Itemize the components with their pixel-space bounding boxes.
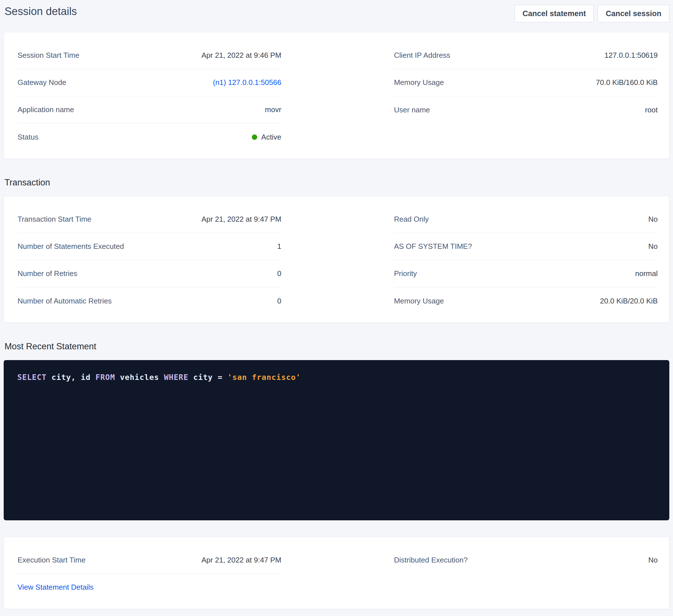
transaction-section-title: Transaction	[5, 177, 669, 189]
execution-card-body: Execution Start TimeApr 21, 2022 at 9:47…	[4, 537, 669, 609]
label-as-of-system-time: AS OF SYSTEM TIME?	[394, 242, 472, 251]
label-transaction-start-time: Transaction Start Time	[18, 215, 91, 224]
most-recent-statement-title: Most Recent Statement	[5, 340, 669, 352]
status-text: Active	[261, 133, 281, 141]
row-transaction-start-time: Transaction Start TimeApr 21, 2022 at 9:…	[18, 206, 281, 233]
label-priority: Priority	[394, 269, 417, 278]
view-statement-details-link[interactable]: View Statement Details	[18, 583, 93, 592]
sql-statement: SELECT city, id FROM vehicles WHERE city…	[17, 372, 656, 383]
label-number-of-statements-executed: Number of Statements Executed	[18, 242, 124, 251]
value-number-of-statements-executed: 1	[277, 242, 281, 251]
row-read-only: Read OnlyNo	[394, 206, 658, 233]
row-application-name: Application namemovr	[18, 96, 281, 123]
row-user-name: User nameroot	[394, 96, 658, 123]
sql-token-plain: city, id	[47, 373, 96, 382]
header-actions: Cancel statement Cancel session	[515, 3, 669, 22]
value-as-of-system-time: No	[648, 242, 658, 251]
execution-card-right-column: Distributed Execution?No	[394, 547, 658, 601]
label-execution-start-time: Execution Start Time	[18, 556, 85, 565]
session-card-right-column: Client IP Address127.0.0.1:50619Memory U…	[394, 42, 658, 150]
value-application-name: movr	[265, 105, 281, 114]
value-read-only: No	[648, 215, 658, 224]
value-memory-usage: 70.0 KiB/160.0 KiB	[596, 78, 658, 87]
page-header: Session details Cancel statement Cancel …	[4, 3, 669, 22]
row-execution-start-time: Execution Start TimeApr 21, 2022 at 9:47…	[18, 547, 281, 574]
transaction-card-body: Transaction Start TimeApr 21, 2022 at 9:…	[4, 196, 669, 322]
row-view-statement-details: View Statement Details	[18, 574, 281, 601]
session-details-page: Session details Cancel statement Cancel …	[0, 0, 673, 614]
value-distributed-execution: No	[648, 556, 658, 565]
value-status: Active	[252, 133, 281, 141]
cancel-session-button[interactable]: Cancel session	[598, 5, 669, 22]
label-user-name: User name	[394, 105, 430, 114]
label-application-name: Application name	[18, 105, 74, 114]
label-read-only: Read Only	[394, 215, 429, 224]
sql-token-keyword: FROM	[95, 373, 115, 382]
gateway-node-link[interactable]: (n1) 127.0.0.1:50566	[213, 78, 281, 87]
sql-token-string: 'san francisco'	[227, 373, 301, 382]
value-transaction-start-time: Apr 21, 2022 at 9:47 PM	[201, 215, 281, 224]
row-number-of-statements-executed: Number of Statements Executed1	[18, 233, 281, 260]
session-card-body: Session Start TimeApr 21, 2022 at 9:46 P…	[4, 32, 669, 159]
execution-card-left-column: Execution Start TimeApr 21, 2022 at 9:47…	[18, 547, 281, 601]
value-user-name: root	[645, 105, 658, 114]
row-priority: Prioritynormal	[394, 260, 658, 287]
transaction-card-right-column: Read OnlyNoAS OF SYSTEM TIME?NoPriorityn…	[394, 206, 658, 315]
label-gateway-node: Gateway Node	[18, 78, 66, 87]
sql-token-keyword: WHERE	[164, 373, 188, 382]
label-status: Status	[18, 133, 38, 141]
row-session-start-time: Session Start TimeApr 21, 2022 at 9:46 P…	[18, 42, 281, 69]
label-memory-usage: Memory Usage	[394, 297, 444, 305]
row-as-of-system-time: AS OF SYSTEM TIME?No	[394, 233, 658, 260]
label-number-of-retries: Number of Retries	[18, 269, 77, 278]
session-summary-card: Session Start TimeApr 21, 2022 at 9:46 P…	[4, 32, 669, 159]
row-memory-usage: Memory Usage20.0 KiB/20.0 KiB	[394, 287, 658, 315]
sql-token-keyword: SELECT	[17, 373, 47, 382]
value-priority: normal	[635, 269, 658, 278]
value-session-start-time: Apr 21, 2022 at 9:46 PM	[201, 51, 281, 60]
label-memory-usage: Memory Usage	[394, 78, 444, 87]
value-number-of-automatic-retries: 0	[277, 297, 281, 305]
transaction-card-left-column: Transaction Start TimeApr 21, 2022 at 9:…	[18, 206, 281, 315]
label-number-of-automatic-retries: Number of Automatic Retries	[18, 297, 111, 305]
status-active-dot	[252, 134, 257, 140]
label-client-ip-address: Client IP Address	[394, 51, 450, 60]
value-memory-usage: 20.0 KiB/20.0 KiB	[600, 297, 658, 305]
row-number-of-retries: Number of Retries0	[18, 260, 281, 287]
session-card-left-column: Session Start TimeApr 21, 2022 at 9:46 P…	[18, 42, 281, 150]
row-distributed-execution: Distributed Execution?No	[394, 547, 658, 574]
label-distributed-execution: Distributed Execution?	[394, 556, 468, 565]
cancel-statement-button[interactable]: Cancel statement	[515, 5, 594, 22]
row-status: StatusActive	[18, 123, 281, 150]
sql-statement-box: SELECT city, id FROM vehicles WHERE city…	[4, 360, 669, 520]
sql-token-plain: city =	[188, 373, 227, 382]
value-execution-start-time: Apr 21, 2022 at 9:47 PM	[201, 556, 281, 565]
row-memory-usage: Memory Usage70.0 KiB/160.0 KiB	[394, 69, 658, 96]
row-number-of-automatic-retries: Number of Automatic Retries0	[18, 287, 281, 315]
value-client-ip-address: 127.0.0.1:50619	[605, 51, 658, 60]
value-number-of-retries: 0	[277, 269, 281, 278]
row-gateway-node: Gateway Node(n1) 127.0.0.1:50566	[18, 69, 281, 96]
row-client-ip-address: Client IP Address127.0.0.1:50619	[394, 42, 658, 69]
page-title: Session details	[5, 5, 77, 18]
execution-card: Execution Start TimeApr 21, 2022 at 9:47…	[4, 537, 669, 609]
sql-token-plain: vehicles	[115, 373, 164, 382]
label-session-start-time: Session Start Time	[18, 51, 79, 60]
transaction-card: Transaction Start TimeApr 21, 2022 at 9:…	[4, 196, 669, 323]
